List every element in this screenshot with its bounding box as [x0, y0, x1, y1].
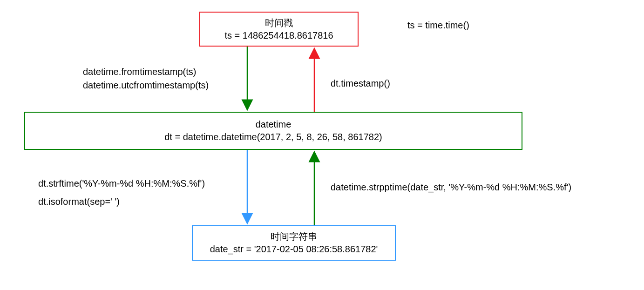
edge-label-dt-to-str-line1: dt.strftime('%Y-%m-%d %H:%M:%S.%f')	[38, 177, 205, 190]
node-date-string-value: date_str = '2017-02-05 08:26:58.861782'	[210, 243, 378, 256]
node-timestamp-value: ts = 1486254418.8617816	[225, 29, 333, 42]
node-date-string: 时间字符串 date_str = '2017-02-05 08:26:58.86…	[192, 225, 396, 261]
arrow-dt-to-str	[242, 150, 253, 225]
arrow-str-to-dt	[309, 150, 320, 225]
edge-label-dt-to-ts: dt.timestamp()	[331, 77, 390, 90]
edge-label-str-to-dt: datetime.strpptime(date_str, '%Y-%m-%d %…	[331, 181, 571, 194]
edge-label-dt-to-str-line2: dt.isoformat(sep=' ')	[38, 195, 205, 209]
arrow-ts-to-dt	[242, 47, 253, 112]
node-datetime-title: datetime	[256, 118, 291, 131]
edge-label-ts-to-dt: datetime.fromtimestamp(ts) datetime.utcf…	[83, 65, 209, 92]
node-datetime: datetime dt = datetime.datetime(2017, 2,…	[24, 112, 522, 150]
edge-label-ts-to-dt-line1: datetime.fromtimestamp(ts)	[83, 65, 209, 79]
edge-label-dt-to-str: dt.strftime('%Y-%m-%d %H:%M:%S.%f') dt.i…	[38, 177, 205, 209]
timestamp-side-note: ts = time.time()	[407, 19, 469, 32]
arrow-dt-to-ts	[309, 47, 320, 112]
node-datetime-value: dt = datetime.datetime(2017, 2, 5, 8, 26…	[164, 131, 382, 143]
node-timestamp-title: 时间戳	[265, 17, 293, 29]
edge-label-ts-to-dt-line2: datetime.utcfromtimestamp(ts)	[83, 79, 209, 92]
node-timestamp: 时间戳 ts = 1486254418.8617816	[199, 12, 359, 47]
node-date-string-title: 时间字符串	[271, 230, 317, 243]
